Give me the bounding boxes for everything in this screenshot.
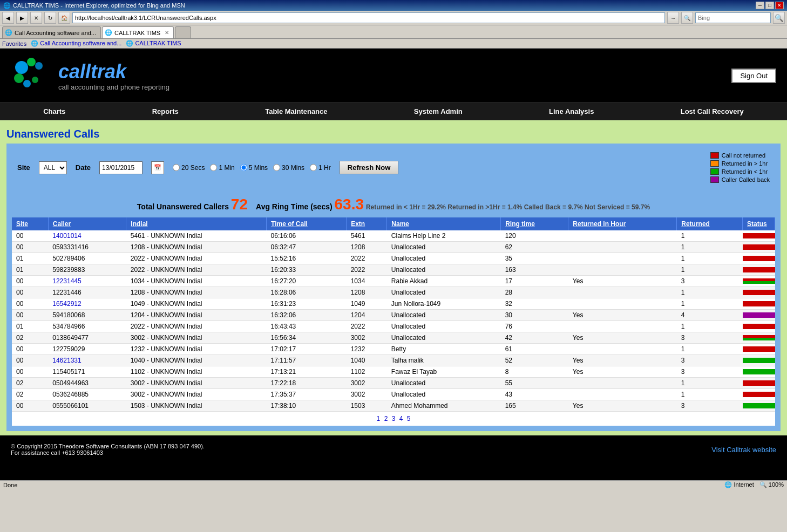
cell-site: 00 [12,400,48,412]
status-bar-container [743,233,775,238]
cell-caller[interactable]: 0536246885 [48,389,126,400]
page-wrapper: calltrak call accounting and phone repor… [0,49,787,480]
col-extn[interactable]: Extn [347,217,387,230]
minimize-button[interactable]: ─ [756,2,764,9]
caller-link[interactable]: 14001014 [52,232,81,240]
cell-time: 17:22:18 [267,378,347,389]
search-tools-button[interactable]: 🔍 [681,12,693,24]
site-select[interactable]: ALL [39,161,67,174]
cell-returned-hour [568,242,677,253]
cell-name: Claims Help Line 2 [387,230,501,242]
tab-call-accounting[interactable]: 🌐 Call Accounting software and... [2,26,101,38]
nav-lost-call-recovery[interactable]: Lost Call Recovery [670,103,755,120]
cell-indial: 3002 - UNKNOWN Indial [126,389,267,400]
cell-caller[interactable]: 0555066101 [48,400,126,412]
stop-button[interactable]: ✕ [30,12,42,24]
cell-status [743,264,775,276]
nav-system-admin[interactable]: System Admin [403,103,473,120]
cell-caller[interactable]: 0593331416 [48,242,126,253]
refresh-button[interactable]: Refresh Now [340,161,398,174]
cell-indial: 2022 - UNKNOWN Indial [126,264,267,276]
sign-out-button[interactable]: Sign Out [731,69,776,83]
radio-1min[interactable]: 1 Min [210,164,234,172]
radio-group: 20 Secs 1 Min 5 Mins 30 Mins 1 Hr [173,164,331,172]
page-link-4[interactable]: 4 [399,415,403,422]
maximize-button[interactable]: □ [765,2,774,9]
cell-ring: 28 [501,287,568,298]
cell-caller[interactable]: 14621331 [48,355,126,366]
cell-caller[interactable]: 115405171 [48,366,126,378]
favorite-item-1[interactable]: 🌐 Call Accounting software and... [31,40,121,47]
radio-1hr[interactable]: 1 Hr [310,164,331,172]
page-link-1[interactable]: 1 [377,415,381,422]
search-input[interactable] [695,12,771,23]
cell-caller[interactable]: 12231445 [48,276,126,287]
cell-caller[interactable]: 16542912 [48,298,126,310]
cell-caller[interactable]: 534784966 [48,321,126,332]
status-bar [743,403,775,408]
table-row: 00 122759029 1232 - UNKNOWN Indial 17:02… [12,344,775,355]
cell-extn: 3002 [347,389,387,400]
cell-ring: 55 [501,378,568,389]
col-returned[interactable]: Returned [677,217,743,230]
date-input[interactable] [99,161,143,174]
col-site[interactable]: Site [12,217,48,230]
close-button[interactable]: ✕ [775,2,784,9]
page-link-3[interactable]: 3 [392,415,396,422]
cell-caller[interactable]: 122759029 [48,344,126,355]
col-returned-hour[interactable]: Returned in Hour [568,217,677,230]
cell-site: 00 [12,242,48,253]
cell-caller[interactable]: 0138649477 [48,332,126,344]
home-button[interactable]: 🏠 [58,12,70,24]
cell-returned: 1 [677,298,743,310]
col-ring[interactable]: Ring time [501,217,568,230]
caller-link[interactable]: 16542912 [52,300,81,308]
tab-calltrak[interactable]: 🌐 CALLTRAK TIMS ✕ [102,26,174,38]
search-go-button[interactable]: 🔍 [773,12,785,24]
radio-5mins[interactable]: 5 Mins [240,164,268,172]
legend-not-returned: Call not returned [710,152,765,159]
page-link-5[interactable]: 5 [407,415,411,422]
col-name[interactable]: Name [387,217,501,230]
cell-caller[interactable]: 502789406 [48,253,126,264]
cell-caller[interactable]: 12231446 [48,287,126,298]
favorite-item-2[interactable]: 🌐 CALLTRAK TIMS [126,40,181,47]
nav-charts[interactable]: Charts [32,103,76,120]
nav-line-analysis[interactable]: Line Analysis [538,103,605,120]
col-caller[interactable]: Caller [48,217,126,230]
cell-name: Unallocated [387,332,501,344]
refresh-nav-button[interactable]: ↻ [44,12,56,24]
favorites-label[interactable]: Favorites [2,40,26,47]
status-bar [743,358,775,363]
radio-20secs[interactable]: 20 Secs [173,164,205,172]
new-tab-button[interactable] [175,26,191,38]
col-status[interactable]: Status [743,217,775,230]
cell-caller[interactable]: 594180068 [48,310,126,321]
address-bar[interactable] [72,12,665,23]
cell-caller[interactable]: 14001014 [48,230,126,242]
col-time[interactable]: Time of Call [267,217,347,230]
page-link-2[interactable]: 2 [384,415,388,422]
cell-caller[interactable]: 598239883 [48,264,126,276]
cell-returned-hour: Yes [568,332,677,344]
radio-30mins[interactable]: 30 Mins [273,164,304,172]
caller-link[interactable]: 12231445 [52,277,81,285]
back-button[interactable]: ◀ [2,12,14,24]
cell-indial: 1208 - UNKNOWN Indial [126,242,267,253]
cell-site: 00 [12,230,48,242]
nav-reports[interactable]: Reports [141,103,189,120]
cell-caller[interactable]: 0504944963 [48,378,126,389]
col-indial[interactable]: Indial [126,217,267,230]
cell-time: 16:32:06 [267,310,347,321]
forward-button[interactable]: ▶ [16,12,28,24]
calendar-button[interactable]: 📅 [151,161,164,174]
caller-link[interactable]: 14621331 [52,357,81,364]
nav-table-maintenance[interactable]: Table Maintenance [254,103,338,120]
tab-close-button[interactable]: ✕ [165,30,169,36]
cell-time: 16:56:34 [267,332,347,344]
cell-returned: 1 [677,321,743,332]
go-button[interactable]: → [667,12,679,24]
visit-calltrak-link[interactable]: Visit Calltrak website [711,446,776,454]
cell-extn: 3002 [347,332,387,344]
caller-value: 534784966 [52,323,85,330]
